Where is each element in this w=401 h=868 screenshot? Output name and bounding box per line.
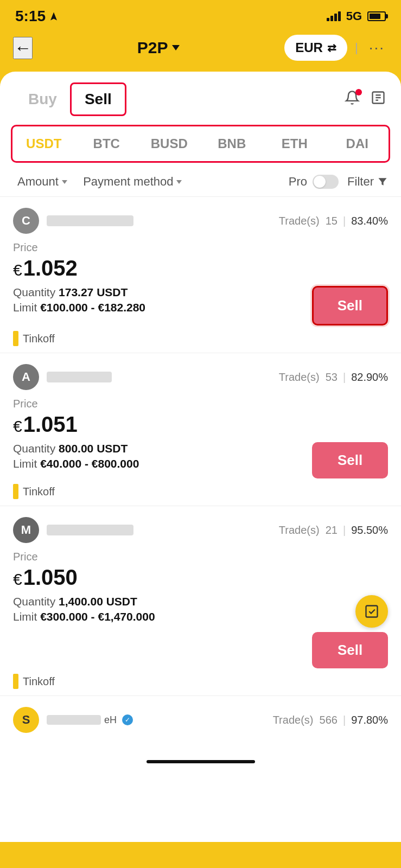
user-info-4: S eH ✓: [13, 707, 133, 733]
price-currency-3: €: [13, 570, 22, 588]
sell-button-1[interactable]: Sell: [312, 286, 388, 326]
signal-icon: [327, 11, 341, 21]
price-value-2: €1.051: [13, 412, 388, 437]
trade-stats-1: Trade(s) 15 | 83.40%: [279, 215, 388, 227]
card-details-1: Quantity 173.27 USDT Limit €100.000 - €1…: [13, 286, 388, 326]
amount-filter-button[interactable]: Amount: [13, 173, 72, 191]
username-hint: eH: [104, 714, 117, 726]
edit-icon: [364, 604, 379, 619]
user-info-1: C: [13, 208, 133, 234]
quantity-row-1: Quantity 173.27 USDT: [13, 286, 312, 299]
currency-label: EUR: [295, 40, 323, 55]
funnel-icon: [377, 176, 388, 187]
limit-row-3: Limit €300.000 - €1,470.000: [13, 610, 312, 623]
crypto-btc[interactable]: BTC: [75, 129, 138, 159]
username-2: [47, 372, 112, 382]
p2p-dropdown-icon[interactable]: [172, 45, 180, 50]
amount-label: Amount: [17, 175, 59, 189]
sell-button-2[interactable]: Sell: [312, 442, 388, 478]
trades-label-4: Trade(s) 566: [273, 714, 338, 726]
crypto-busd[interactable]: BUSD: [138, 129, 201, 159]
notification-button[interactable]: [345, 90, 360, 109]
avatar-1: C: [13, 208, 39, 234]
avatar-2: A: [13, 364, 39, 390]
header-right: EUR ⇄ | ···: [284, 35, 388, 61]
payment-name-2: Tinkoff: [23, 486, 55, 498]
tab-buy[interactable]: Buy: [15, 82, 70, 116]
bottom-bar: [147, 760, 255, 763]
crypto-selector: USDT BTC BUSD BNB ETH DAI: [11, 125, 390, 163]
tab-sell[interactable]: Sell: [70, 82, 126, 116]
main-content: Buy Sell USDT BTC: [0, 72, 401, 842]
pro-label: Pro: [289, 175, 307, 189]
network-label: 5G: [346, 9, 362, 23]
location-icon: [49, 11, 59, 21]
trades-label-1: Trade(s) 15: [279, 215, 338, 227]
username-1: [47, 215, 133, 226]
price-value-3: €1.050: [13, 565, 388, 590]
bottom-indicator-area: [0, 741, 401, 769]
trade-percent-4: 97.80%: [351, 714, 388, 726]
filter-button[interactable]: Filter: [347, 175, 388, 189]
pro-toggle[interactable]: [313, 175, 339, 189]
header-divider: |: [355, 41, 358, 55]
fab-button[interactable]: [355, 595, 388, 628]
trade-stats-2: Trade(s) 53 | 82.90%: [279, 371, 388, 384]
currency-button[interactable]: EUR ⇄: [284, 35, 347, 61]
limit-row-2: Limit €40.000 - €800.000: [13, 457, 312, 470]
crypto-bnb[interactable]: BNB: [201, 129, 264, 159]
card-header-2: A Trade(s) 53 | 82.90%: [13, 364, 388, 390]
listing-card-2: A Trade(s) 53 | 82.90% Price €1.051 Quan…: [0, 353, 401, 506]
user-info-2: A: [13, 364, 112, 390]
payment-method-filter-button[interactable]: Payment method: [79, 173, 186, 191]
card-header-1: C Trade(s) 15 | 83.40%: [13, 208, 388, 234]
payment-method-dropdown-icon: [176, 180, 182, 184]
quantity-row-3: Quantity 1,400.00 USDT: [13, 595, 312, 608]
trade-stats-4: Trade(s) 566 | 97.80%: [273, 714, 388, 726]
avatar-3: M: [13, 517, 39, 543]
payment-tag-1: Tinkoff: [13, 331, 388, 346]
amount-dropdown-icon: [62, 180, 67, 184]
username-4-blur: [47, 715, 101, 725]
status-right: 5G: [327, 9, 386, 23]
listing-card-4-partial: S eH ✓ Trade(s) 566 | 97.80%: [0, 696, 401, 733]
trades-label-3: Trade(s) 21: [279, 524, 338, 537]
crypto-usdt[interactable]: USDT: [12, 129, 75, 159]
tabs-row: Buy Sell: [0, 72, 401, 116]
payment-dot-2: [13, 484, 18, 499]
listing-card-3: M Trade(s) 21 | 95.50% Price €1.050 Quan…: [0, 506, 401, 696]
header: ← P2P EUR ⇄ | ···: [0, 29, 401, 72]
back-button[interactable]: ←: [13, 37, 33, 59]
more-button[interactable]: ···: [366, 39, 388, 56]
trade-percent-1: 83.40%: [351, 215, 388, 227]
pro-toggle-area: Pro: [289, 175, 339, 189]
battery-icon: [367, 11, 386, 21]
price-label-1: Price: [13, 241, 388, 254]
card-info-3: Quantity 1,400.00 USDT Limit €300.000 - …: [13, 595, 312, 626]
card-info-1: Quantity 173.27 USDT Limit €100.000 - €1…: [13, 286, 312, 316]
payment-dot-3: [13, 674, 18, 689]
orders-button[interactable]: [371, 90, 386, 109]
filter-row: Amount Payment method Pro Filter: [0, 163, 401, 197]
payment-dot-1: [13, 331, 18, 346]
trades-label-2: Trade(s) 53: [279, 371, 338, 384]
status-time: 5:15: [15, 8, 59, 25]
payment-method-label: Payment method: [83, 175, 173, 189]
price-currency-2: €: [13, 417, 22, 435]
trade-stats-3: Trade(s) 21 | 95.50%: [279, 524, 388, 537]
price-value-1: €1.052: [13, 256, 388, 280]
card-info-2: Quantity 800.00 USDT Limit €40.000 - €80…: [13, 442, 312, 473]
verified-icon: ✓: [122, 714, 133, 725]
payment-name-1: Tinkoff: [23, 333, 55, 345]
transfer-icon: ⇄: [327, 41, 336, 54]
crypto-dai[interactable]: DAI: [326, 129, 389, 159]
svg-rect-4: [366, 606, 378, 617]
crypto-eth[interactable]: ETH: [263, 129, 326, 159]
avatar-4: S: [13, 707, 39, 733]
toggle-knob: [314, 176, 326, 188]
tabs-left: Buy Sell: [15, 82, 126, 116]
orders-icon: [371, 90, 386, 105]
payment-tag-3: Tinkoff: [13, 674, 388, 689]
sell-button-3[interactable]: Sell: [312, 632, 388, 668]
filter-label: Filter: [347, 175, 374, 189]
